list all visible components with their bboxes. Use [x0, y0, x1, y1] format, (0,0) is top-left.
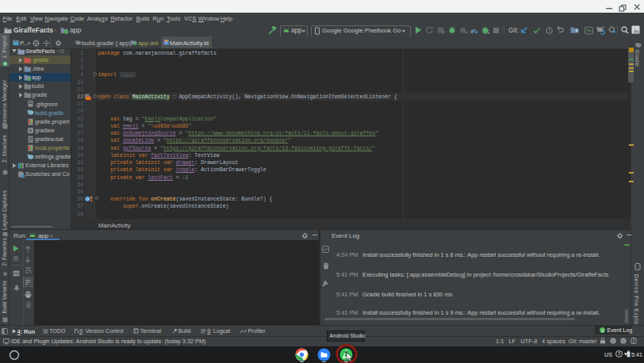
- svg-text:3: 3: [618, 351, 620, 356]
